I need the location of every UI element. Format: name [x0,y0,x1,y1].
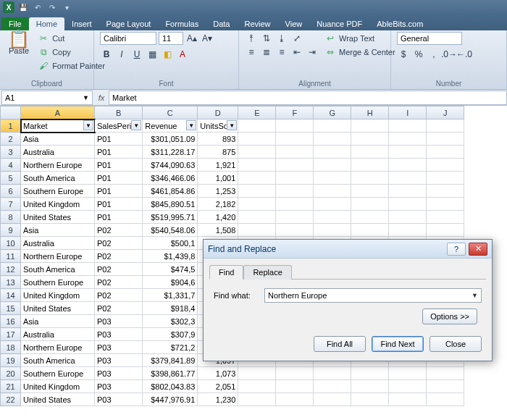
cell[interactable]: P03 [95,315,143,328]
cell[interactable]: Asia [21,224,95,237]
row-header[interactable]: 10 [1,237,21,250]
cell[interactable] [351,393,389,406]
cell[interactable] [238,146,276,159]
merge-center-button[interactable]: ⇔Merge & Center [323,46,397,59]
cell[interactable]: 2,182 [198,198,238,211]
cell[interactable]: P02 [95,289,143,302]
row-header[interactable]: 6 [1,185,21,198]
cell[interactable] [276,393,314,406]
cell[interactable]: P02 [95,237,143,250]
cell[interactable] [238,172,276,185]
cell[interactable] [238,198,276,211]
cell[interactable] [351,185,389,198]
row-header[interactable]: 3 [1,146,21,159]
cell[interactable]: $447,976.91 [143,393,198,406]
row-header[interactable]: 4 [1,159,21,172]
cell[interactable]: 1,420 [198,211,238,224]
cell[interactable]: $1,439,8 [143,250,198,263]
orientation-icon[interactable]: ⤢ [290,32,303,45]
increase-decimal-icon[interactable]: .0→ [443,48,456,61]
tab-formulas[interactable]: Formulas [158,17,206,30]
cell[interactable] [389,198,427,211]
fill-color-button[interactable]: ◧ [161,48,174,61]
cell[interactable]: 1,073 [198,367,238,380]
tab-find[interactable]: Find [209,265,243,280]
col-header-F[interactable]: F [276,106,314,119]
cell[interactable] [351,380,389,393]
decrease-indent-icon[interactable]: ⇤ [290,46,303,59]
decrease-decimal-icon[interactable]: ←.0 [458,48,471,61]
row-header[interactable]: 22 [1,393,21,406]
cell[interactable] [351,211,389,224]
cell[interactable] [351,159,389,172]
cell[interactable]: South America [21,354,95,367]
cell[interactable] [351,119,389,133]
cell[interactable] [427,380,464,393]
filter-button[interactable]: ▼ [131,120,141,130]
tab-data[interactable]: Data [206,17,237,30]
row-header[interactable]: 19 [1,354,21,367]
cell[interactable]: United States [21,302,95,315]
align-right-icon[interactable]: ≡ [275,46,288,59]
row-header[interactable]: 13 [1,276,21,289]
row-header[interactable]: 18 [1,341,21,354]
cell[interactable] [276,159,314,172]
undo-icon[interactable]: ↶ [32,1,43,13]
cell[interactable]: P01 [95,172,143,185]
cell[interactable]: $721,2 [143,341,198,354]
cell[interactable]: P02 [95,302,143,315]
find-what-input[interactable]: Northern Europe ▼ [264,288,482,303]
cell[interactable]: Australia [21,146,95,159]
cell[interactable] [427,172,464,185]
cell[interactable]: 1,508 [198,224,238,237]
cell[interactable]: $802,043.83 [143,380,198,393]
bold-button[interactable]: B [100,48,113,61]
cell[interactable]: $540,548.06 [143,224,198,237]
redo-icon[interactable]: ↷ [46,1,58,13]
wrap-text-button[interactable]: ↩Wrap Text [323,32,397,45]
name-box[interactable]: A1 ▼ [1,91,93,105]
cell[interactable]: Southern Europe [21,276,95,289]
cell[interactable]: $918,4 [143,302,198,315]
cell[interactable]: Asia [21,133,95,146]
cell[interactable]: P03 [95,367,143,380]
align-top-icon[interactable]: ⭱ [245,32,258,45]
cell[interactable]: Northern Europe [21,341,95,354]
row-header[interactable]: 21 [1,380,21,393]
cell[interactable]: $744,090.63 [143,159,198,172]
cell[interactable] [389,380,427,393]
cell[interactable] [427,393,464,406]
cell[interactable] [427,159,464,172]
cell[interactable]: United Kingdom [21,289,95,302]
underline-button[interactable]: U [130,48,143,61]
cell[interactable] [314,185,351,198]
cell[interactable]: Australia [21,237,95,250]
cell[interactable]: P03 [95,341,143,354]
cell[interactable]: $845,890.51 [143,198,198,211]
cell[interactable]: $302,3 [143,315,198,328]
cell[interactable]: P02 [95,250,143,263]
cell[interactable] [238,133,276,146]
row-header[interactable]: 1 [1,119,21,133]
cell[interactable] [238,393,276,406]
decrease-font-icon[interactable]: A▾ [201,32,214,45]
cell[interactable] [238,380,276,393]
cell[interactable]: SalesPeriod▼ [95,119,143,133]
help-button[interactable]: ? [447,243,466,256]
tab-review[interactable]: Review [237,17,277,30]
cell[interactable] [427,133,464,146]
cell[interactable] [276,146,314,159]
cell[interactable]: $461,854.86 [143,185,198,198]
row-header[interactable]: 5 [1,172,21,185]
cell[interactable] [238,367,276,380]
cell[interactable] [276,224,314,237]
cell[interactable]: United Kingdom [21,380,95,393]
cell[interactable] [276,380,314,393]
col-header-A[interactable]: A [21,106,95,119]
col-header-E[interactable]: E [238,106,276,119]
cell[interactable]: P03 [95,393,143,406]
cell[interactable]: $500,1 [143,237,198,250]
comma-icon[interactable]: , [427,48,440,61]
row-header[interactable]: 2 [1,133,21,146]
cell[interactable] [427,211,464,224]
